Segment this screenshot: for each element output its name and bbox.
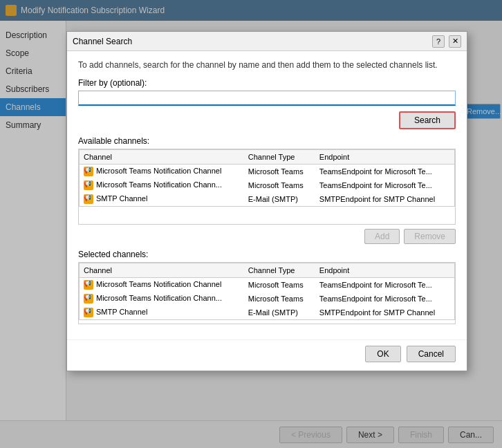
channel-cell: SMTP Channel	[80, 192, 244, 207]
dialog-cancel-button[interactable]: Cancel	[407, 346, 456, 362]
endpoint-cell: TeamsEndpoint for Microsoft Te...	[315, 164, 455, 178]
available-col-endpoint: Endpoint	[315, 149, 455, 164]
remove-available-button[interactable]: Remove	[404, 229, 456, 244]
type-cell: Microsoft Teams	[244, 292, 315, 306]
endpoint-cell: TeamsEndpoint for Microsoft Te...	[315, 277, 455, 292]
channel-cell: SMTP Channel	[80, 306, 244, 320]
endpoint-cell: TeamsEndpoint for Microsoft Te...	[315, 292, 455, 306]
selected-col-endpoint: Endpoint	[315, 263, 455, 277]
selected-col-type: Channel Type	[244, 263, 315, 277]
channel-cell: Microsoft Teams Notification Channel	[80, 277, 244, 292]
channel-icon	[84, 194, 93, 204]
search-row: Search	[78, 111, 456, 129]
channel-cell: Microsoft Teams Notification Chann...	[80, 292, 244, 306]
table-row[interactable]: Microsoft Teams Notification Chann... Mi…	[80, 178, 455, 192]
channel-icon	[84, 280, 93, 290]
available-col-channel: Channel	[80, 149, 244, 164]
endpoint-cell: TeamsEndpoint for Microsoft Te...	[315, 178, 455, 192]
list-item[interactable]: Microsoft Teams Notification Channel Mic…	[80, 277, 455, 292]
dialog-footer: OK Cancel	[67, 339, 467, 371]
channel-cell: Microsoft Teams Notification Chann...	[80, 178, 244, 192]
type-cell: E-Mail (SMTP)	[244, 192, 315, 207]
table-row[interactable]: Microsoft Teams Notification Channel Mic…	[80, 164, 455, 178]
dialog-title: Channel Search	[73, 37, 132, 46]
type-cell: Microsoft Teams	[244, 277, 315, 292]
available-channels-label: Available channels:	[78, 136, 456, 146]
selected-col-channel: Channel	[80, 263, 244, 277]
channel-icon	[84, 294, 93, 304]
channel-icon	[84, 180, 93, 190]
available-col-type: Channel Type	[244, 149, 315, 164]
add-remove-row: Add Remove	[78, 229, 456, 244]
add-button[interactable]: Add	[364, 229, 400, 244]
list-item[interactable]: Microsoft Teams Notification Chann... Mi…	[80, 292, 455, 306]
filter-input[interactable]	[78, 91, 456, 106]
endpoint-cell: SMTPEndpoint for SMTP Channel	[315, 306, 455, 320]
endpoint-cell: SMTPEndpoint for SMTP Channel	[315, 192, 455, 207]
search-button[interactable]: Search	[399, 111, 456, 129]
selected-channels-label: Selected channels:	[78, 250, 456, 259]
ok-button[interactable]: OK	[365, 346, 400, 362]
available-channels-table: Channel Channel Type Endpoint Microsoft …	[79, 149, 455, 207]
type-cell: Microsoft Teams	[244, 164, 315, 178]
selected-channels-table-container: Channel Channel Type Endpoint Microsoft …	[78, 262, 456, 324]
dialog-title-bar: Channel Search ? ✕	[67, 32, 467, 51]
type-cell: E-Mail (SMTP)	[244, 306, 315, 320]
channel-icon	[84, 308, 93, 317]
available-channels-table-container: Channel Channel Type Endpoint Microsoft …	[78, 149, 456, 225]
channel-icon	[84, 167, 93, 176]
table-row[interactable]: SMTP Channel E-Mail (SMTP) SMTPEndpoint …	[80, 192, 455, 207]
selected-channels-table: Channel Channel Type Endpoint Microsoft …	[79, 263, 455, 320]
type-cell: Microsoft Teams	[244, 178, 315, 192]
channel-search-dialog: Channel Search ? ✕ To add channels, sear…	[66, 31, 467, 371]
dialog-body: To add channels, search for the channel …	[67, 51, 467, 337]
dialog-title-controls: ? ✕	[432, 35, 461, 48]
filter-label: Filter by (optional):	[78, 78, 456, 88]
dialog-instruction: To add channels, search for the channel …	[78, 59, 456, 71]
dialog-help-button[interactable]: ?	[432, 35, 445, 48]
channel-cell: Microsoft Teams Notification Channel	[80, 164, 244, 178]
dialog-close-button[interactable]: ✕	[449, 35, 461, 48]
list-item[interactable]: SMTP Channel E-Mail (SMTP) SMTPEndpoint …	[80, 306, 455, 320]
